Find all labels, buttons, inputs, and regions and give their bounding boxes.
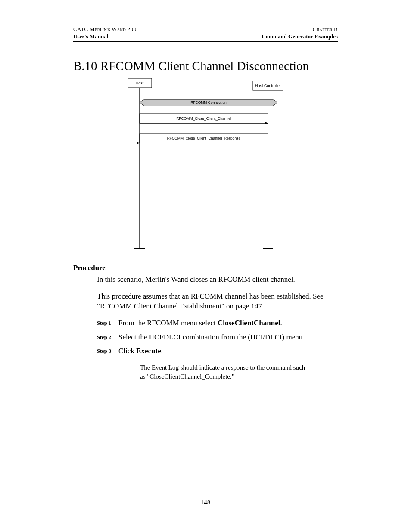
- step-row: Step 2 Select the HCI/DLCI combination f…: [97, 333, 338, 342]
- header-right-bottom: Command Generator Examples: [262, 33, 338, 40]
- step-label: Step 1: [97, 318, 118, 327]
- intro-paragraph-1: In this scenario, Merlin's Wand closes a…: [97, 275, 338, 285]
- procedure-steps: Step 1 From the RFCOMM menu select Close…: [97, 318, 338, 357]
- msg1-label: RFCOMM_Close_Client_Channel: [176, 116, 231, 121]
- step-text: Click Execute.: [118, 346, 163, 356]
- step-row: Step 3 Click Execute.: [97, 346, 338, 356]
- procedure-heading: Procedure: [73, 264, 338, 272]
- msg2-label: RFCOMM_Close_Client_Channel_Response: [167, 136, 241, 140]
- step-label: Step 3: [97, 346, 118, 355]
- step-text: Select the HCI/DLCI combination from the…: [118, 333, 305, 342]
- page-number: 148: [0, 499, 411, 506]
- step-text: From the RFCOMM menu select CloseClientC…: [118, 318, 282, 328]
- header-left-top: CATC Merlin's Wand 2.00: [73, 26, 138, 33]
- result-note: The Event Log should indicate a response…: [140, 363, 308, 381]
- section-title: B.10 RFCOMM Client Channel Disconnection: [73, 59, 338, 73]
- header-right-top: Chapter B: [313, 26, 338, 33]
- page-header: CATC Merlin's Wand 2.00 Chapter B User's…: [73, 26, 338, 42]
- step-row: Step 1 From the RFCOMM menu select Close…: [97, 318, 338, 328]
- sequence-diagram: Host Host Controller RFCOMM Connection R…: [73, 78, 338, 251]
- host-controller-label: Host Controller: [255, 84, 281, 88]
- host-label: Host: [136, 81, 144, 85]
- step-label: Step 2: [97, 333, 118, 341]
- header-left-bottom: User's Manual: [73, 33, 108, 40]
- rfcomm-connection-label: RFCOMM Connection: [190, 100, 227, 105]
- intro-paragraph-2: This procedure assumes that an RFCOMM ch…: [97, 292, 338, 311]
